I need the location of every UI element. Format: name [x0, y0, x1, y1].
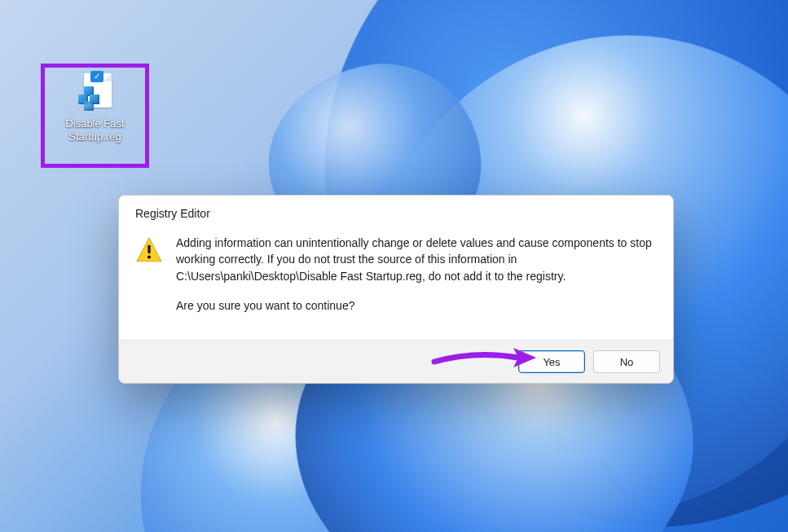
no-button[interactable]: No — [593, 350, 660, 373]
svg-point-2 — [147, 255, 151, 258]
registry-editor-dialog: Registry Editor Adding information can u… — [118, 195, 674, 384]
dialog-body: Adding information can unintentionally c… — [119, 226, 673, 340]
svg-rect-1 — [147, 245, 150, 254]
yes-button[interactable]: Yes — [518, 350, 585, 373]
dialog-title: Registry Editor — [119, 196, 673, 226]
warning-icon — [135, 236, 163, 264]
dialog-confirm-question: Are you sure you want to continue? — [176, 297, 655, 314]
desktop-file-icon[interactable]: ✓ Disable Fast Startup.reg — [45, 67, 145, 165]
dialog-footer: Yes No — [119, 340, 673, 383]
desktop-file-label: Disable Fast Startup.reg — [65, 117, 124, 144]
registry-file-icon: ✓ — [73, 72, 117, 112]
dialog-message: Adding information can unintentionally c… — [176, 235, 655, 284]
